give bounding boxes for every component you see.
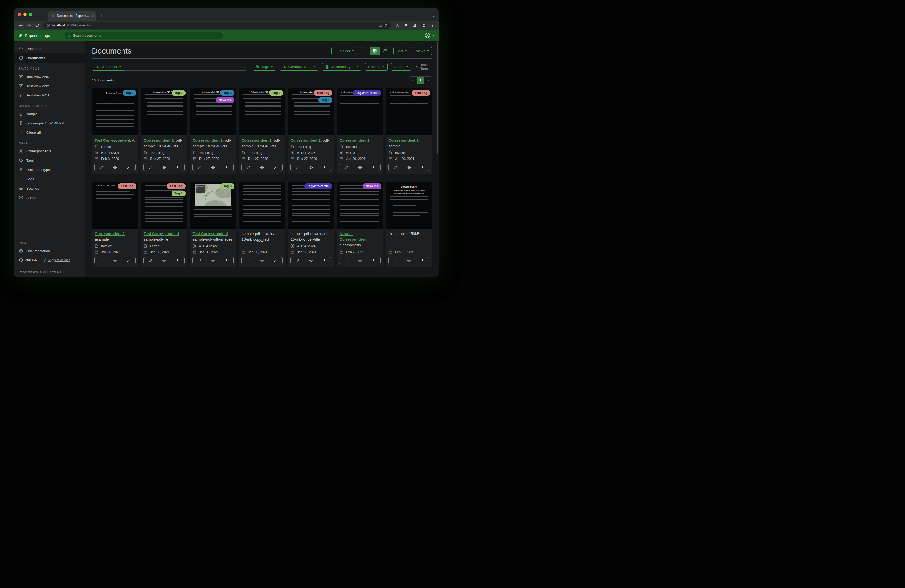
browser-menu-kebab-icon[interactable]: ⋮	[430, 23, 434, 28]
document-card[interactable]: TagWithPartial sample-pdf-download-10-mb…	[288, 182, 334, 267]
sidebar-item-test-view-any[interactable]: Test View ANY	[14, 81, 85, 90]
side-panel-icon[interactable]	[413, 23, 417, 27]
sidebar-item-document-types[interactable]: # Document types	[14, 165, 85, 174]
tag-badge[interactable]: NewOne	[216, 97, 234, 103]
document-thumbnail[interactable]: Adobe Acrobat PDF Files Tag 2NewOne	[190, 88, 236, 135]
tag-badge[interactable]: Test Tag	[314, 90, 332, 96]
preview-button[interactable]	[353, 257, 367, 264]
correspondent-link[interactable]: Newest Correspondent	[340, 232, 366, 241]
profile-avatar-icon[interactable]	[421, 22, 427, 28]
views-button[interactable]: Views	[413, 47, 432, 55]
document-thumbnail[interactable]: A Simple PDF File Test Tag	[386, 88, 432, 135]
document-thumbnail[interactable]: Lorem ipsumLorem ipsum dolor sit amet, c…	[386, 182, 432, 228]
tag-badge[interactable]: Tag 3	[269, 90, 283, 96]
select-button[interactable]: Select	[332, 47, 357, 55]
download-button[interactable]	[416, 257, 429, 264]
preview-button[interactable]	[206, 164, 220, 171]
document-thumbnail[interactable]: Adobe Acrobat PDF Files Tag 3	[141, 88, 187, 135]
edit-button[interactable]	[193, 257, 206, 264]
download-button[interactable]	[171, 257, 184, 264]
extensions-puzzle-icon[interactable]	[404, 23, 408, 27]
filter-field-selector-button[interactable]: Title & content	[92, 63, 124, 71]
reload-icon[interactable]	[35, 23, 40, 28]
document-card[interactable]: Lorem ipsumLorem ipsum dolor sit amet, c…	[386, 182, 432, 267]
edit-button[interactable]	[144, 257, 157, 264]
tag-badge[interactable]: Tag 2	[221, 90, 234, 96]
document-thumbnail[interactable]: Test TagTag 3	[141, 182, 187, 228]
tag-badge[interactable]: Test Tag	[411, 90, 430, 96]
correspondent-link[interactable]: Test Correspondent	[193, 232, 228, 236]
sidebar-item-correspondents[interactable]: Correspondents	[14, 146, 85, 156]
sidebar-item-close-all[interactable]: Close all	[14, 128, 85, 137]
detail-view-button[interactable]	[380, 47, 390, 55]
sidebar-item-documents[interactable]: Documents	[14, 53, 85, 63]
sidebar-item-test-view-and[interactable]: Test View AND	[14, 72, 85, 81]
correspondent-link[interactable]: Test Correspondent	[95, 138, 130, 142]
edit-button[interactable]	[291, 164, 304, 171]
preview-button[interactable]	[256, 257, 269, 264]
edit-button[interactable]	[389, 164, 402, 171]
sidebar-item-admin[interactable]: Admin	[14, 193, 85, 202]
document-card[interactable]: Adobe Acrobat PDF Files Test TagTag 2 Co…	[288, 88, 334, 173]
sidebar-item-test-view-not[interactable]: Test View NOT	[14, 90, 85, 100]
preview-button[interactable]	[108, 164, 122, 171]
document-card[interactable]: Adobe Acrobat PDF Files Tag 3 Correspond…	[141, 88, 187, 173]
document-thumbnail[interactable]: A Simple PDF File Test Tag	[92, 182, 138, 228]
document-card[interactable]: Boundary Waters Trip Tag 3 Test Correspo…	[190, 182, 236, 267]
download-button[interactable]	[220, 257, 233, 264]
tag-badge[interactable]: Tag 2	[319, 97, 332, 103]
correspondent-link[interactable]: Correspondent 2	[95, 232, 125, 236]
tag-badge[interactable]: NewOne	[363, 183, 381, 189]
preview-button[interactable]	[402, 257, 416, 264]
tag-badge[interactable]: Test Tag	[167, 183, 186, 189]
new-tab-button[interactable]: +	[100, 13, 103, 19]
document-card[interactable]: Test TagTag 3 Test Correspondent: sample…	[141, 182, 187, 267]
page-next-button[interactable]: »	[424, 76, 432, 84]
tab-close-icon[interactable]: ×	[92, 14, 94, 17]
correspondent-link[interactable]: Correspondent 2	[340, 138, 370, 142]
download-button[interactable]	[122, 257, 136, 264]
preview-button[interactable]	[108, 257, 122, 264]
maximize-window-button[interactable]	[29, 13, 32, 16]
page-current[interactable]: 1	[417, 76, 424, 84]
download-button[interactable]	[122, 164, 136, 171]
share-icon[interactable]	[378, 23, 382, 27]
minimize-window-button[interactable]	[23, 13, 27, 16]
document-type-filter-button[interactable]: Document type	[322, 63, 362, 71]
tag-badge[interactable]: Tag 3	[171, 190, 186, 196]
correspondent-link[interactable]: Test Correspondent	[144, 232, 179, 236]
sidebar-item-open-doc-sample[interactable]: sample	[14, 109, 85, 119]
page-prev-button[interactable]: «	[409, 76, 417, 84]
preview-button[interactable]	[157, 164, 171, 171]
added-filter-button[interactable]: Added	[391, 63, 411, 71]
preview-button[interactable]	[304, 164, 318, 171]
document-thumbnail[interactable]	[239, 182, 285, 228]
document-thumbnail[interactable]: Adobe Acrobat PDF Files Test TagTag 2	[288, 88, 334, 135]
tag-badge[interactable]: TagWithPartial	[304, 183, 332, 189]
preview-button[interactable]	[206, 257, 220, 264]
tag-badge[interactable]: TagWithPartial	[353, 90, 381, 96]
preview-button[interactable]	[256, 164, 269, 171]
document-thumbnail[interactable]: Boundary Waters Trip Tag 3	[190, 182, 236, 228]
edit-button[interactable]	[340, 164, 353, 171]
site-info-icon[interactable]	[46, 24, 50, 27]
document-thumbnail[interactable]: Adobe Acrobat PDF Files Tag 3	[239, 88, 285, 135]
tag-badge[interactable]: Tag 3	[171, 90, 186, 96]
sidebar-item-tags[interactable]: Tags	[14, 156, 85, 165]
list-view-button[interactable]	[360, 47, 370, 55]
sidebar-item-documentation[interactable]: Documentation	[14, 246, 85, 255]
extension-badge-icon[interactable]	[395, 23, 400, 27]
edit-button[interactable]	[95, 257, 108, 264]
download-button[interactable]	[416, 164, 429, 171]
document-card[interactable]: Adobe Acrobat PDF Files Tag 2NewOne Corr…	[190, 88, 236, 173]
preview-button[interactable]	[402, 164, 416, 171]
document-thumbnail[interactable]: NewOne	[337, 182, 383, 228]
tag-badge[interactable]: Test Tag	[118, 183, 137, 189]
bookmark-star-icon[interactable]	[384, 23, 388, 27]
document-card[interactable]: Lorem Ipsum Tag 2 Test Correspondent: A …	[92, 88, 138, 173]
correspondent-link[interactable]: Correspondent 2	[389, 138, 419, 143]
download-button[interactable]	[269, 257, 282, 264]
correspondent-filter-button[interactable]: Correspondent	[280, 63, 319, 71]
grid-view-button[interactable]	[370, 47, 380, 55]
preview-button[interactable]	[353, 164, 367, 171]
